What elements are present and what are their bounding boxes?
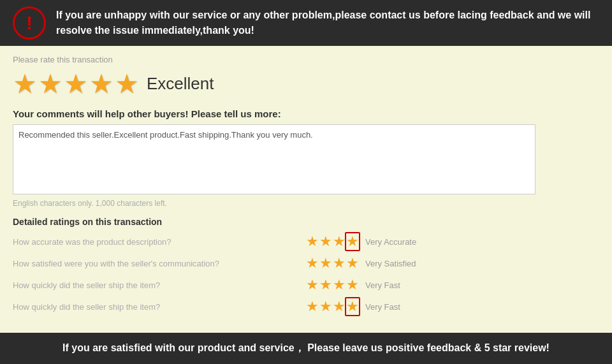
overall-stars[interactable]: ★ ★ ★ ★ ★ (13, 68, 139, 99)
comment-textarea[interactable]: Recommended this seller.Excellent produc… (13, 124, 536, 194)
rating-label-2: Very Satisfied (365, 259, 416, 268)
top-banner: ! If you are unhappy with our service or… (0, 0, 612, 46)
detailed-ratings-title: Detailed ratings on this transaction (13, 217, 599, 227)
star-3[interactable]: ★ (64, 68, 88, 99)
detail-star-3-1[interactable]: ★ (306, 277, 319, 293)
detail-star-4-4[interactable]: ★ (346, 298, 359, 314)
rating-stars-4[interactable]: ★ ★ ★ ★ (306, 298, 359, 315)
rating-stars-1[interactable]: ★ ★ ★ ★ (306, 233, 359, 250)
detail-star-1-4[interactable]: ★ (346, 233, 359, 249)
detail-star-4-2[interactable]: ★ (319, 298, 332, 315)
warning-icon: ! (13, 6, 46, 40)
rating-row-shipping-1: How quickly did the seller ship the item… (13, 277, 599, 293)
overall-rating-row: ★ ★ ★ ★ ★ Excellent (13, 68, 599, 99)
detail-star-2-4[interactable]: ★ (346, 255, 359, 272)
rating-row-description: How accurate was the product description… (13, 233, 599, 250)
star-2[interactable]: ★ (38, 68, 62, 99)
rating-label-1: Very Accurate (365, 237, 416, 247)
rating-question-2: How satisfied were you with the seller's… (13, 259, 306, 268)
detail-star-2-2[interactable]: ★ (319, 255, 332, 272)
rating-row-shipping-2: How quickly did the seller ship the item… (13, 298, 599, 315)
char-hint: English characters only. 1,000 character… (13, 199, 599, 208)
detail-star-3-4[interactable]: ★ (346, 277, 359, 293)
detail-star-1-2[interactable]: ★ (319, 233, 332, 250)
overall-rating-label: Excellent (147, 74, 214, 94)
detail-star-4-3[interactable]: ★ (333, 298, 346, 315)
detail-star-2-3[interactable]: ★ (333, 255, 346, 272)
detail-star-1-4-wrapper[interactable]: ★ (346, 233, 359, 250)
rating-row-communication: How satisfied were you with the seller's… (13, 255, 599, 272)
detail-star-3-2[interactable]: ★ (319, 277, 332, 293)
rate-label: Please rate this transaction (13, 55, 599, 64)
star-5[interactable]: ★ (115, 68, 139, 99)
comments-prompt: Your comments will help other buyers! Pl… (13, 108, 599, 119)
detail-star-3-3[interactable]: ★ (333, 277, 346, 293)
rating-question-3: How quickly did the seller ship the item… (13, 280, 306, 290)
detail-star-1-1[interactable]: ★ (306, 233, 319, 250)
detail-star-2-1[interactable]: ★ (306, 255, 319, 272)
detail-star-4-4-wrapper[interactable]: ★ (346, 298, 359, 315)
detail-star-4-1[interactable]: ★ (306, 298, 319, 315)
rating-label-4: Very Fast (365, 302, 400, 312)
detail-star-1-3[interactable]: ★ (333, 233, 346, 250)
rating-question-4: How quickly did the seller ship the item… (13, 302, 306, 312)
star-4[interactable]: ★ (89, 68, 113, 99)
rating-stars-3[interactable]: ★ ★ ★ ★ (306, 277, 359, 293)
exclamation-mark: ! (26, 13, 33, 33)
bottom-banner-text: If you are satisfied with our product an… (62, 342, 550, 353)
banner-text: If you are unhappy with our service or a… (56, 8, 599, 38)
rating-question-1: How accurate was the product description… (13, 237, 306, 247)
rating-label-3: Very Fast (365, 280, 400, 290)
bottom-banner: If you are satisfied with our product an… (0, 333, 612, 364)
main-content: Please rate this transaction ★ ★ ★ ★ ★ E… (0, 46, 612, 326)
rating-stars-2[interactable]: ★ ★ ★ ★ (306, 255, 359, 272)
star-1[interactable]: ★ (13, 68, 37, 99)
